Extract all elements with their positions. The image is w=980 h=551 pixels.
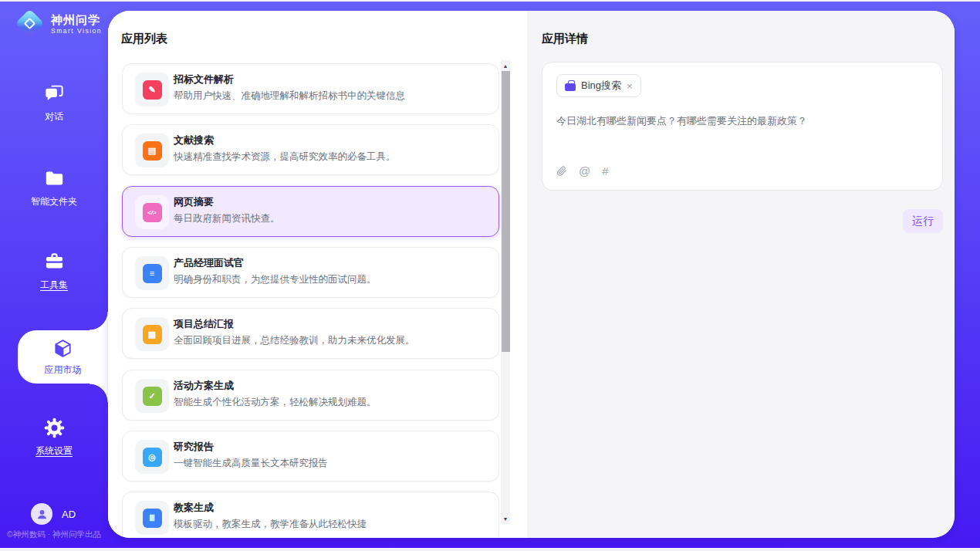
interviewer-icon: ≡ — [143, 264, 162, 283]
app-card-description: 帮助用户快速、准确地理解和解析招标书中的关键信息 — [174, 90, 405, 103]
tool-chip-bing-search[interactable]: Bing搜索 × — [556, 74, 641, 97]
sidebar-item-system-settings[interactable]: 系统设置 — [0, 417, 108, 458]
app-card[interactable]: ▦项目总结汇报全面回顾项目进展，总结经验教训，助力未来优化发展。 — [122, 308, 499, 359]
app-card-description: 模板驱动，教案生成，教学准备从此轻松快捷 — [174, 518, 367, 531]
app-card-name: 活动方案生成 — [174, 379, 234, 393]
app-card[interactable]: ▤文献搜索快速精准查找学术资源，提高研究效率的必备工具。 — [122, 124, 499, 175]
app-list-title: 应用列表 — [121, 32, 167, 46]
app-card[interactable]: Ⅲ教案生成模板驱动，教案生成，教学准备从此轻松快捷 — [122, 492, 499, 538]
app-card-description: 全面回顾项目进展，总结经验教训，助力未来优化发展。 — [174, 334, 415, 347]
browser-code-icon: </> — [143, 203, 162, 222]
app-card-name: 项目总结汇报 — [174, 317, 234, 331]
app-card-name: 研究报告 — [174, 440, 214, 454]
app-card-description: 快速精准查找学术资源，提高研究效率的必备工具。 — [174, 150, 396, 164]
brand-subtitle: Smart Vision — [51, 27, 102, 35]
app-card-description: 一键智能生成高质量长文本研究报告 — [174, 457, 328, 470]
scrollbar[interactable]: ▲ ▼ — [501, 60, 510, 524]
app-detail-title: 应用详情 — [542, 32, 588, 46]
user-row[interactable]: AD — [31, 503, 76, 525]
run-button[interactable]: 运行 — [903, 209, 943, 233]
research-icon: ◎ — [143, 448, 162, 467]
chat-icon — [44, 83, 65, 104]
app-card-name: 文献搜索 — [174, 134, 214, 147]
mention-icon[interactable]: @ — [579, 164, 590, 177]
app-card-name: 教案生成 — [174, 501, 214, 515]
hashtag-icon[interactable]: # — [602, 164, 608, 177]
brand-title: 神州问学 — [51, 13, 102, 27]
gear-icon — [44, 417, 65, 438]
document-edit-icon: ✎ — [143, 80, 162, 100]
tool-chip-label: Bing搜索 — [581, 79, 621, 93]
sidebar-item-label: 智能文件夹 — [31, 195, 77, 208]
sidebar-footer: ©神州数码 · 神州问学出品 — [0, 529, 108, 540]
app-card-name: 产品经理面试官 — [174, 256, 244, 270]
brand-logo: 神州问学 Smart Vision — [15, 9, 102, 39]
content-card: 应用列表 ✎招标文件解析帮助用户快速、准确地理解和解析招标书中的关键信息▤文献搜… — [108, 11, 955, 538]
app-card[interactable]: ✎招标文件解析帮助用户快速、准确地理解和解析招标书中的关键信息 — [122, 63, 499, 114]
app-card[interactable]: ◎研究报告一键智能生成高质量长文本研究报告 — [122, 431, 499, 482]
brand-diamond-icon — [15, 9, 45, 39]
app-icon-box: </> — [135, 195, 169, 229]
scroll-up-button[interactable]: ▲ — [501, 60, 510, 71]
prompt-toolbar: @ # — [556, 164, 609, 177]
sidebar-item-smart-folders[interactable]: 智能文件夹 — [0, 168, 108, 208]
app-card-name: 网页摘要 — [174, 195, 214, 209]
clipboard-check-icon: ✓ — [143, 387, 162, 406]
toolbox-icon — [44, 252, 65, 272]
user-name: AD — [62, 509, 76, 520]
prompt-card: Bing搜索 × 今日湖北有哪些新闻要点？有哪些需要关注的最新政策？ @ # — [542, 62, 943, 191]
app-card[interactable]: </>网页摘要每日政府新闻资讯快查。 — [122, 186, 499, 237]
app-icon-box: ▤ — [135, 134, 169, 167]
folder-icon — [44, 168, 65, 189]
app-card[interactable]: ≡产品经理面试官明确身份和职责，为您提供专业性的面试问题。 — [122, 247, 499, 298]
chip-close-icon[interactable]: × — [627, 81, 633, 91]
sidebar-item-label: 应用市场 — [45, 363, 82, 377]
sidebar-item-label: 对话 — [45, 110, 63, 123]
briefcase-icon — [565, 83, 576, 91]
cube-icon — [52, 338, 73, 359]
sidebar-item-app-market[interactable]: 应用市场 — [18, 330, 108, 384]
prompt-input[interactable]: 今日湖北有哪些新闻要点？有哪些需要关注的最新政策？ — [556, 113, 928, 128]
app-card-description: 智能生成个性化活动方案，轻松解决规划难题。 — [174, 396, 377, 409]
app-frame: 神州问学 Smart Vision 对话智能文件夹工具集应用市场系统设置 AD … — [0, 2, 980, 548]
app-card[interactable]: ✓活动方案生成智能生成个性化活动方案，轻松解决规划难题。 — [122, 370, 499, 421]
app-icon-box: Ⅲ — [135, 501, 169, 535]
avatar[interactable] — [31, 503, 52, 525]
app-icon-box: ✎ — [135, 73, 169, 106]
app-icon-box: ▦ — [135, 317, 169, 351]
app-list-panel: 应用列表 ✎招标文件解析帮助用户快速、准确地理解和解析招标书中的关键信息▤文献搜… — [108, 11, 527, 538]
app-card-name: 招标文件解析 — [174, 73, 234, 86]
sidebar-item-chat[interactable]: 对话 — [0, 83, 108, 123]
sidebar: 神州问学 Smart Vision 对话智能文件夹工具集应用市场系统设置 AD … — [0, 2, 108, 548]
app-card-description: 每日政府新闻资讯快查。 — [174, 212, 280, 225]
app-card-description: 明确身份和职责，为您提供专业性的面试问题。 — [174, 273, 377, 286]
app-icon-box: ✓ — [135, 379, 169, 413]
person-icon — [35, 508, 49, 521]
app-icon-box: ≡ — [135, 256, 169, 290]
scroll-thumb[interactable] — [502, 71, 510, 352]
calendar-report-icon: ▦ — [143, 325, 162, 344]
books-icon: Ⅲ — [143, 509, 162, 528]
app-icon-box: ◎ — [135, 440, 169, 474]
tab-flare-bottom — [90, 384, 108, 402]
attachment-icon[interactable] — [556, 164, 567, 177]
book-icon: ▤ — [143, 141, 162, 161]
sidebar-item-label: 系统设置 — [35, 445, 73, 458]
scroll-down-button[interactable]: ▼ — [501, 513, 510, 524]
sidebar-item-label: 工具集 — [40, 279, 68, 292]
sidebar-item-toolset[interactable]: 工具集 — [0, 252, 108, 292]
tab-flare-top — [90, 312, 108, 330]
app-detail-panel: 应用详情 Bing搜索 × 今日湖北有哪些新闻要点？有哪些需要关注的最新政策？ … — [527, 11, 955, 538]
